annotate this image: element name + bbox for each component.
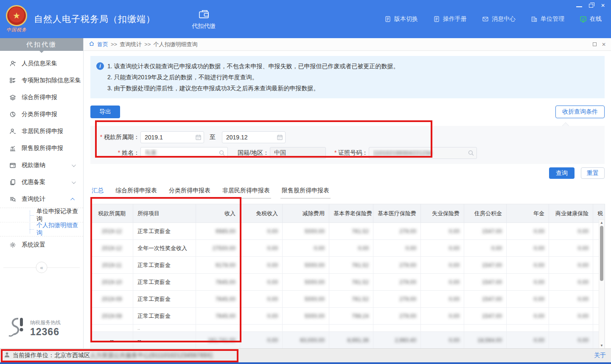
breadcrumb-home[interactable]: 首页 bbox=[97, 41, 108, 48]
column-header: 免税收入 bbox=[240, 204, 283, 223]
table-row[interactable]: 2019-11正常工资薪金9178.000.005000.00761.52279… bbox=[91, 257, 605, 274]
sidebar-item[interactable]: 查询统计 bbox=[0, 191, 83, 208]
bar-chart-icon bbox=[9, 145, 16, 152]
panel-close-icon[interactable]: ✕ bbox=[602, 42, 606, 47]
table-row[interactable]: 2019-12正常工资薪金9985.000.005000.00761.52279… bbox=[91, 223, 605, 240]
restore-button[interactable] bbox=[589, 4, 593, 8]
header-menu-item[interactable]: 在线 bbox=[580, 15, 602, 23]
calendar-icon[interactable] bbox=[277, 134, 283, 141]
scroll-down-arrow[interactable]: ▼ bbox=[599, 343, 604, 348]
vertical-scroll-thumb[interactable] bbox=[600, 226, 603, 281]
reset-button[interactable]: 重置 bbox=[581, 167, 605, 179]
online-icon bbox=[580, 16, 587, 23]
table-cell: 761.52 bbox=[329, 274, 373, 291]
report-tab[interactable]: 限售股所得申报表 bbox=[280, 187, 331, 199]
sidebar-item-label: 人员信息采集 bbox=[22, 60, 57, 67]
header-menu-item[interactable]: 版本切换 bbox=[384, 15, 418, 23]
report-tab[interactable]: 非居民所得申报表 bbox=[221, 187, 271, 199]
about-link[interactable]: 关于 bbox=[594, 352, 606, 359]
header-menu-item[interactable]: 消息中心 bbox=[482, 15, 516, 23]
building-icon bbox=[531, 16, 538, 22]
table-cell: 2019-09 bbox=[91, 291, 133, 308]
current-unit-visible: 北京市西城区 bbox=[54, 352, 90, 359]
table-cell: 1547.00 bbox=[464, 257, 507, 274]
column-header: 年金 bbox=[507, 204, 549, 223]
hotline-mascot-icon bbox=[7, 317, 26, 340]
summary-row: ----161,741.000.0060,000.008,991.362,960… bbox=[91, 332, 605, 349]
window-controls: ✕ bbox=[576, 3, 606, 8]
table-cell: 761.52 bbox=[329, 257, 373, 274]
user-icon bbox=[4, 352, 10, 359]
sidebar-item[interactable]: 非居民所得申报 bbox=[0, 123, 83, 140]
calendar-icon[interactable] bbox=[195, 134, 202, 141]
table-cell: 9178.00 bbox=[196, 257, 240, 274]
minimize-button[interactable] bbox=[576, 4, 582, 7]
current-unit-redacted: 人力资源公共服务中心(91110102123456789X) bbox=[90, 352, 213, 359]
doc-icon bbox=[384, 16, 391, 22]
table-cell: 2019-11 bbox=[91, 257, 133, 274]
column-header: 税款所属期 bbox=[91, 204, 133, 223]
table-cell: 全年一次性奖金收入 bbox=[133, 240, 196, 257]
period-from-input[interactable] bbox=[140, 131, 204, 143]
table-cell: 2019-12 bbox=[91, 240, 133, 257]
header-menu-item[interactable]: 操作手册 bbox=[433, 15, 467, 23]
table-row[interactable]: 2019-12全年一次性奖金收入27500.000.000.000.000.00… bbox=[91, 240, 605, 257]
report-tab[interactable]: 综合所得申报表 bbox=[114, 187, 158, 199]
column-header: 所得项目 bbox=[133, 204, 196, 223]
name-input[interactable] bbox=[140, 147, 228, 159]
table-row[interactable]: 2019-09正常工资薪金7645.000.005000.00761.52279… bbox=[91, 291, 605, 308]
id-number-input[interactable] bbox=[369, 147, 477, 159]
sidebar-item-label: 限售股所得申报 bbox=[22, 144, 63, 152]
period-label: 税款所属期： bbox=[96, 133, 140, 141]
table-cell bbox=[507, 325, 549, 332]
search-icon[interactable] bbox=[468, 150, 474, 156]
table-cell: 0.00 bbox=[240, 308, 283, 325]
table-cell: 279.00 bbox=[373, 308, 421, 325]
sidebar-item[interactable]: 系统设置 bbox=[0, 236, 83, 253]
query-form: 税款所属期： 至 bbox=[90, 126, 605, 164]
sidebar-collapse-button[interactable]: « bbox=[36, 262, 48, 273]
table-row[interactable]: 2019-10正常工资薪金7645.000.005000.00761.52279… bbox=[91, 274, 605, 291]
sidebar-item[interactable]: 优惠备案 bbox=[0, 174, 83, 191]
close-button[interactable]: ✕ bbox=[600, 3, 606, 8]
sidebar-header: 代扣代缴 bbox=[0, 38, 83, 51]
vertical-scrollbar[interactable]: ▲ ▼ bbox=[599, 220, 605, 348]
table-cell: 7645.00 bbox=[196, 308, 240, 325]
table-cell: 0.00 bbox=[240, 291, 283, 308]
sidebar-item[interactable]: 分类所得申报 bbox=[0, 106, 83, 123]
column-header: 失业保险费 bbox=[421, 204, 464, 223]
table-cell: 0.00 bbox=[373, 240, 421, 257]
scroll-up-arrow[interactable]: ▲ bbox=[599, 220, 604, 225]
content-area: i 1. 该查询统计表仅能查询已申报成功的数据，不包含未申报、申报失败，已申报但… bbox=[84, 51, 611, 348]
sidebar-item[interactable]: 税款缴纳 bbox=[0, 157, 83, 174]
query-button[interactable]: 查询 bbox=[549, 167, 575, 179]
table-cell: 2019-12 bbox=[91, 223, 133, 240]
sidebar-item[interactable]: 综合所得申报 bbox=[0, 89, 83, 106]
report-tab[interactable]: 分类所得申报表 bbox=[168, 187, 212, 199]
table-cell bbox=[91, 325, 133, 332]
export-button[interactable]: 导出 bbox=[90, 106, 120, 118]
sidebar-subitem[interactable]: 单位申报记录查询 bbox=[0, 208, 83, 222]
table-cell: 0.00 bbox=[549, 308, 593, 325]
sidebar-item[interactable]: 专项附加扣除信息采集 bbox=[0, 72, 83, 89]
table-cell bbox=[373, 325, 421, 332]
breadcrumb-separator: >> bbox=[144, 41, 151, 47]
table-cell: 5000.00 bbox=[283, 308, 329, 325]
sidebar-item[interactable]: 人员信息采集 bbox=[0, 55, 83, 72]
table-cell bbox=[549, 325, 593, 332]
sidebar-item[interactable]: 限售股所得申报 bbox=[0, 140, 83, 157]
tax-emblem-logo: ★ 中国税务 bbox=[6, 5, 27, 33]
sidebar-subitem[interactable]: 个人扣缴明细查询 bbox=[0, 222, 83, 236]
table-cell: 761.52 bbox=[329, 291, 373, 308]
notice-line-3: 3. 由于数据处理的滞后性，建议您在申报成功3天之后再来查询最新的申报数据。 bbox=[96, 83, 598, 94]
panel-maximize-icon[interactable] bbox=[593, 42, 597, 46]
period-to-input[interactable] bbox=[222, 131, 286, 143]
header-menu-item[interactable]: 单位管理 bbox=[531, 15, 564, 23]
table-row[interactable]: 2019-08正常工资薪金7645.000.005000.00798.24279… bbox=[91, 308, 605, 325]
table-cell: 1547.00 bbox=[464, 308, 507, 325]
collapse-query-button[interactable]: 收折查询条件 bbox=[555, 106, 605, 118]
sidebar-item-label: 优惠备案 bbox=[22, 178, 45, 186]
report-tab[interactable]: 汇总 bbox=[90, 187, 105, 199]
tab-withholding-module[interactable]: 代扣代缴 bbox=[192, 8, 216, 30]
search-icon[interactable] bbox=[219, 150, 225, 156]
